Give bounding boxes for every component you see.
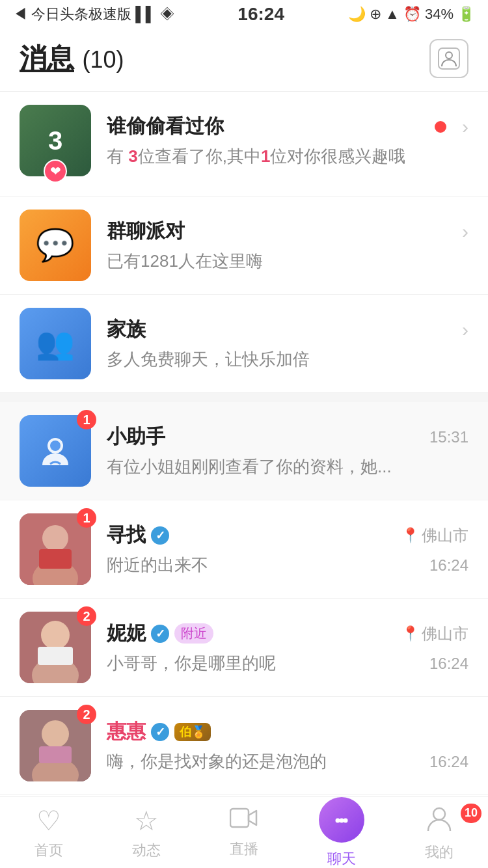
- chat-active-bg: [319, 797, 364, 843]
- status-icons: 🌙 ⊕ ▲ ⏰ 34% 🔋: [348, 6, 475, 23]
- avatar: 👥: [20, 308, 91, 379]
- avatar-wrap: 2: [20, 710, 91, 781]
- nav-item-mine[interactable]: 我的 10: [390, 804, 488, 862]
- message-top: 惠惠 ✓ 伯🏅: [107, 718, 468, 745]
- message-count: (10): [82, 46, 124, 73]
- svg-point-24: [433, 808, 445, 820]
- unread-badge: 2: [77, 606, 96, 626]
- message-time: 16:24: [429, 655, 468, 673]
- list-item[interactable]: 2 妮妮 ✓ 附近 📍 佛山市 小哥哥，你是哪里的呢 16:24: [0, 599, 488, 697]
- status-time: 16:24: [237, 4, 284, 25]
- message-top: 谁偷偷看过你 ›: [107, 113, 468, 140]
- verified-icon: ✓: [151, 625, 169, 643]
- message-bottom: 已有1281人在这里嗨: [107, 250, 468, 273]
- heart-badge: ❤: [44, 159, 67, 183]
- message-name: 家族: [107, 316, 146, 343]
- message-top: 妮妮 ✓ 附近 📍 佛山市: [107, 620, 468, 647]
- svg-point-5: [42, 525, 68, 551]
- message-preview: 有位小姐姐刚刚查看了你的资料，她...: [107, 455, 468, 478]
- list-item[interactable]: 1 寻找 ✓ 📍 佛山市 附近的出来不 16:24: [0, 500, 488, 599]
- verified-icon: ✓: [151, 526, 169, 545]
- location-pin-icon: 📍: [401, 527, 419, 544]
- list-item[interactable]: 3 ❤ 谁偷偷看过你 › 有 3位查看了你,其中1位对你很感兴趣哦: [0, 92, 488, 197]
- list-item[interactable]: 1 小助手 15:31 有位小姐姐刚刚查看了你的资料，她...: [0, 402, 488, 500]
- page-title: 消息: [20, 43, 74, 74]
- message-bottom: 附近的出来不 16:24: [107, 554, 468, 576]
- message-content: 群聊派对 › 已有1281人在这里嗨: [107, 218, 468, 273]
- name-row: 惠惠 ✓ 伯🏅: [107, 718, 211, 745]
- message-content: 寻找 ✓ 📍 佛山市 附近的出来不 16:24: [107, 522, 468, 576]
- nav-item-home[interactable]: ♡ 首页: [0, 805, 98, 860]
- message-content: 妮妮 ✓ 附近 📍 佛山市 小哥哥，你是哪里的呢 16:24: [107, 620, 468, 675]
- spy-count: 3: [48, 126, 62, 156]
- svg-point-1: [446, 52, 452, 59]
- message-time: 16:24: [429, 753, 468, 771]
- header-title-wrap: 消息 (10): [20, 40, 124, 77]
- bottom-navigation: ♡ 首页 ☆ 动态 直播 聊天 我: [0, 796, 488, 868]
- location-info: 📍 佛山市: [401, 623, 468, 644]
- svg-rect-20: [230, 809, 249, 827]
- chevron-right-icon: ›: [462, 221, 468, 243]
- svg-point-23: [344, 818, 348, 822]
- svg-point-3: [50, 441, 61, 451]
- message-name: 谁偷偷看过你: [107, 113, 224, 140]
- location-text: 佛山市: [422, 525, 468, 546]
- chevron-right-icon: ›: [462, 116, 468, 138]
- message-bottom: 嗨，你是找对象的还是泡泡的 16:24: [107, 750, 468, 773]
- medal-badge: 伯🏅: [174, 723, 211, 741]
- unread-dot: [435, 121, 446, 133]
- message-bottom: 有位小姐姐刚刚查看了你的资料，她...: [107, 455, 468, 478]
- message-name: 惠惠: [107, 718, 146, 745]
- video-icon: [230, 806, 258, 835]
- nav-item-live[interactable]: 直播: [195, 806, 293, 859]
- message-top: 小助手 15:31: [107, 424, 468, 450]
- verified-icon: ✓: [151, 723, 169, 741]
- nav-label-dynamic: 动态: [132, 841, 161, 860]
- avatar-wrap: 2: [20, 612, 91, 683]
- message-time: 16:24: [429, 556, 468, 575]
- svg-point-22: [340, 818, 344, 822]
- heart-outline-icon: ♡: [36, 805, 61, 837]
- svg-point-21: [336, 818, 340, 822]
- location-pin-icon: 📍: [401, 625, 419, 642]
- avatar-wrap: 1: [20, 513, 91, 585]
- location-info: 📍 佛山市: [401, 525, 468, 546]
- message-preview: 多人免费聊天，让快乐加倍: [107, 348, 468, 371]
- name-row: 寻找 ✓: [107, 522, 169, 549]
- nav-item-dynamic[interactable]: ☆ 动态: [98, 805, 195, 860]
- unread-badge: 1: [77, 508, 96, 528]
- nearby-tag: 附近: [174, 623, 213, 644]
- message-preview: 嗨，你是找对象的还是泡泡的: [107, 750, 429, 773]
- nav-label-home: 首页: [34, 841, 63, 860]
- star-outline-icon: ☆: [134, 805, 159, 837]
- contact-icon-button[interactable]: [429, 39, 468, 78]
- message-name: 群聊派对: [107, 218, 185, 245]
- message-preview: 附近的出来不: [107, 554, 429, 576]
- chevron-right-icon: ›: [462, 319, 468, 341]
- message-top: 群聊派对 ›: [107, 218, 468, 245]
- svg-point-13: [42, 720, 69, 748]
- message-content: 惠惠 ✓ 伯🏅 嗨，你是找对象的还是泡泡的 16:24: [107, 718, 468, 773]
- message-bottom: 多人免费聊天，让快乐加倍: [107, 348, 468, 371]
- location-text: 佛山市: [422, 623, 468, 644]
- avatar-wrap: 👥: [20, 308, 91, 379]
- message-content: 家族 › 多人免费聊天，让快乐加倍: [107, 316, 468, 371]
- message-bottom: 有 3位查看了你,其中1位对你很感兴趣哦: [107, 145, 468, 168]
- list-item[interactable]: 💬 群聊派对 › 已有1281人在这里嗨: [0, 197, 488, 295]
- message-bottom: 小哥哥，你是哪里的呢 16:24: [107, 652, 468, 675]
- message-time: 15:31: [429, 428, 468, 446]
- nav-item-chat[interactable]: 聊天: [293, 797, 390, 869]
- list-item[interactable]: 👥 家族 › 多人免费聊天，让快乐加倍: [0, 295, 488, 393]
- list-item[interactable]: 2 惠惠 ✓ 伯🏅 嗨，你是找对象的还是泡泡的 16:24: [0, 697, 488, 795]
- nav-label-live: 直播: [230, 839, 258, 859]
- nav-label-chat: 聊天: [327, 849, 356, 869]
- nav-label-mine: 我的: [425, 843, 454, 862]
- message-preview: 已有1281人在这里嗨: [107, 250, 468, 273]
- svg-rect-11: [38, 647, 73, 665]
- svg-point-9: [41, 621, 70, 649]
- avatar-wrap: 💬: [20, 210, 91, 281]
- svg-rect-15: [39, 746, 72, 763]
- message-top: 家族 ›: [107, 316, 468, 343]
- message-preview: 有 3位查看了你,其中1位对你很感兴趣哦: [107, 145, 468, 168]
- message-name: 寻找: [107, 522, 146, 549]
